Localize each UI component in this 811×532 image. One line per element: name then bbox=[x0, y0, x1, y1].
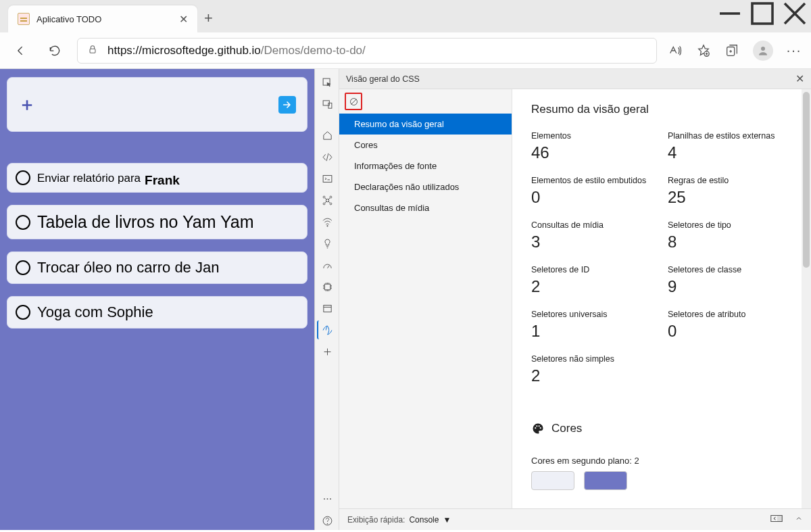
scrollbar-thumb[interactable] bbox=[803, 92, 810, 268]
chevron-down-icon[interactable]: ▼ bbox=[443, 515, 451, 525]
todo-text: Enviar relatório para Frank bbox=[37, 170, 180, 185]
device-toggle-icon[interactable] bbox=[317, 95, 337, 114]
stat-label: Elementos de estilo embutidos bbox=[531, 176, 656, 185]
circle-icon[interactable] bbox=[16, 170, 30, 185]
dock-side-icon[interactable] bbox=[770, 514, 783, 525]
circle-icon[interactable] bbox=[16, 305, 30, 320]
stat-value: 25 bbox=[668, 188, 792, 207]
refresh-button[interactable] bbox=[43, 39, 66, 62]
close-tab-icon[interactable]: ✕ bbox=[179, 13, 188, 26]
tab-title: Aplicativo TODO bbox=[36, 14, 101, 24]
stat-cell: Elementos de estilo embutidos0 bbox=[531, 176, 656, 207]
close-panel-icon[interactable]: ✕ bbox=[795, 72, 804, 85]
console-icon[interactable] bbox=[317, 169, 337, 188]
add-todo-card[interactable]: ＋ bbox=[7, 77, 308, 132]
stat-value: 9 bbox=[668, 277, 792, 296]
tree-item-colors[interactable]: Cores bbox=[339, 135, 512, 155]
page-content: ＋ Enviar relatório para Frank Tabela de … bbox=[0, 69, 314, 530]
browser-tab[interactable]: Aplicativo TODO ✕ bbox=[8, 5, 197, 32]
back-button[interactable] bbox=[9, 39, 32, 62]
window-controls bbox=[714, 0, 811, 27]
drawer-label: Exibição rápida: bbox=[347, 515, 405, 525]
todo-text: Trocar óleo no carro de Jan bbox=[37, 259, 219, 276]
lighthouse-icon[interactable] bbox=[317, 234, 337, 253]
favorites-icon[interactable] bbox=[696, 43, 711, 58]
devtools-panel-header: Visão geral do CSS ✕ bbox=[339, 69, 811, 89]
minimize-button[interactable] bbox=[714, 0, 746, 27]
clipboard-icon bbox=[18, 13, 30, 25]
svg-rect-36 bbox=[778, 516, 783, 522]
network-icon[interactable] bbox=[317, 212, 337, 231]
stat-cell: Seletores de ID2 bbox=[531, 265, 656, 296]
svg-point-18 bbox=[330, 196, 332, 198]
url-path: /Demos/demo-to-do/ bbox=[261, 44, 366, 57]
stat-label: Seletores universais bbox=[531, 310, 656, 319]
stat-value: 8 bbox=[668, 233, 792, 251]
inspect-icon[interactable] bbox=[317, 73, 337, 92]
stat-label: Elementos bbox=[531, 131, 656, 141]
performance-icon[interactable] bbox=[317, 256, 337, 274]
close-window-button[interactable] bbox=[779, 0, 811, 27]
stat-label: Seletores de ID bbox=[531, 265, 656, 274]
stat-label: Seletores não simples bbox=[531, 354, 656, 364]
panel-title: Visão geral do CSS bbox=[346, 74, 420, 84]
submit-arrow-button[interactable] bbox=[278, 96, 296, 114]
stat-value: 2 bbox=[531, 366, 656, 385]
drawer-tab-console[interactable]: Console bbox=[409, 515, 439, 525]
stat-cell: Seletores de atributo0 bbox=[668, 310, 792, 341]
address-actions: ··· bbox=[668, 41, 802, 61]
tree-item-media[interactable]: Consultas de mídia bbox=[339, 197, 512, 218]
help-icon[interactable] bbox=[317, 511, 337, 530]
maximize-button[interactable] bbox=[746, 0, 779, 27]
todo-item[interactable]: Enviar relatório para Frank bbox=[7, 163, 308, 193]
circle-icon[interactable] bbox=[16, 215, 30, 230]
colors-heading: Cores bbox=[531, 422, 792, 435]
new-tab-button[interactable]: + bbox=[204, 9, 213, 27]
add-tool-icon[interactable] bbox=[317, 342, 337, 361]
palette-icon bbox=[531, 422, 545, 435]
color-swatch[interactable] bbox=[584, 471, 627, 490]
css-overview-icon[interactable] bbox=[317, 320, 337, 339]
welcome-icon[interactable] bbox=[317, 126, 337, 145]
address-bar: https://microsoftedge.github.io/Demos/de… bbox=[0, 32, 811, 69]
collections-icon[interactable] bbox=[724, 43, 739, 58]
svg-point-21 bbox=[327, 225, 328, 226]
svg-line-30 bbox=[351, 99, 356, 104]
url-box[interactable]: https://microsoftedge.github.io/Demos/de… bbox=[77, 38, 657, 64]
stat-cell: Planilhas de estilos externas4 bbox=[668, 131, 792, 162]
scrollbar[interactable] bbox=[802, 89, 811, 508]
url-text: https://microsoftedge.github.io/Demos/de… bbox=[107, 44, 366, 57]
memory-icon[interactable] bbox=[317, 277, 337, 296]
stat-label: Planilhas de estilos externas bbox=[668, 131, 792, 141]
svg-rect-4 bbox=[90, 49, 95, 53]
chevron-up-icon[interactable] bbox=[795, 514, 803, 525]
svg-point-20 bbox=[330, 203, 332, 205]
svg-point-32 bbox=[536, 425, 537, 427]
svg-point-28 bbox=[327, 523, 328, 524]
svg-rect-1 bbox=[752, 3, 772, 24]
stat-value: 1 bbox=[531, 322, 656, 341]
url-protocol: https:// bbox=[107, 44, 142, 57]
tree-item-font[interactable]: Informações de fonte bbox=[339, 155, 512, 176]
stat-value: 2 bbox=[531, 277, 656, 296]
elements-icon[interactable] bbox=[317, 147, 337, 166]
stat-cell: Elementos46 bbox=[531, 131, 656, 162]
read-aloud-icon[interactable] bbox=[668, 43, 683, 58]
circle-icon[interactable] bbox=[16, 260, 30, 275]
clear-overview-button[interactable] bbox=[345, 93, 362, 110]
tree-item-summary[interactable]: Resumo da visão geral bbox=[339, 114, 512, 135]
todo-item[interactable]: Yoga com Sophie bbox=[7, 296, 308, 329]
todo-label: Enviar relatório para bbox=[37, 172, 141, 185]
more-menu-icon[interactable]: ··· bbox=[787, 43, 802, 58]
profile-avatar[interactable] bbox=[753, 41, 773, 61]
color-swatch[interactable] bbox=[531, 471, 574, 490]
tree-item-unused[interactable]: Declarações não utilizados bbox=[339, 176, 512, 197]
stat-label: Seletores de atributo bbox=[668, 310, 792, 319]
plus-icon: ＋ bbox=[18, 93, 36, 116]
sources-icon[interactable] bbox=[317, 191, 337, 210]
stat-value: 0 bbox=[668, 322, 792, 341]
application-icon[interactable] bbox=[317, 299, 337, 318]
more-tools-icon[interactable]: ··· bbox=[317, 489, 337, 508]
todo-item[interactable]: Tabela de livros no Yam Yam bbox=[7, 205, 308, 239]
todo-item[interactable]: Trocar óleo no carro de Jan bbox=[7, 251, 308, 284]
